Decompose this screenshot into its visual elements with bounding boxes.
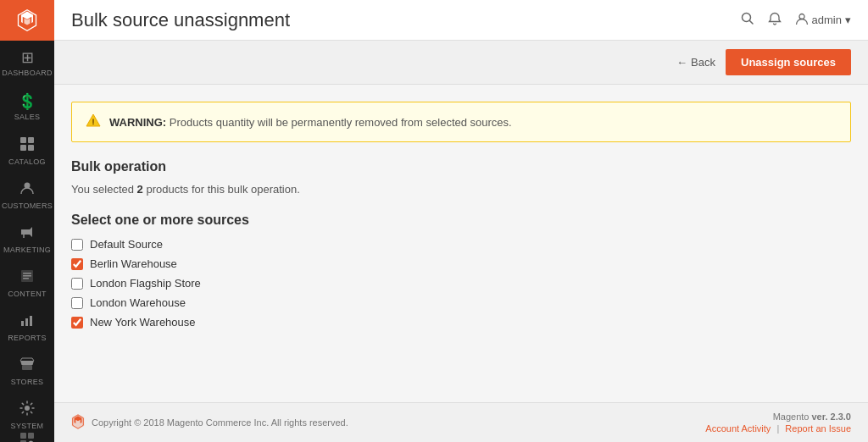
svg-rect-6: [23, 273, 31, 274]
footer-link-separator: |: [776, 423, 779, 434]
svg-rect-11: [30, 316, 32, 326]
svg-rect-14: [20, 433, 26, 439]
svg-rect-1: [28, 137, 34, 143]
source-item-london-flagship[interactable]: London Flagship Store: [71, 277, 851, 290]
source-item-london-warehouse[interactable]: London Warehouse: [71, 296, 851, 309]
footer-copyright: Copyright © 2018 Magento Commerce Inc. A…: [92, 417, 348, 428]
source-checkbox-london-warehouse[interactable]: [71, 297, 83, 309]
svg-point-13: [25, 406, 30, 411]
svg-rect-7: [23, 275, 31, 277]
source-label-london-flagship: London Flagship Store: [90, 277, 201, 290]
svg-rect-0: [20, 137, 26, 143]
report-issue-link[interactable]: Report an Issue: [785, 423, 851, 434]
warning-triangle-icon: [86, 113, 101, 131]
svg-rect-3: [28, 145, 34, 151]
source-item-new-york[interactable]: New York Warehouse: [71, 316, 851, 329]
source-item-default[interactable]: Default Source: [71, 238, 851, 251]
warning-banner: WARNING: Products quantity will be perma…: [71, 102, 851, 142]
svg-point-20: [92, 124, 94, 125]
account-activity-link[interactable]: Account Activity: [705, 423, 771, 434]
svg-rect-15: [28, 433, 34, 439]
sidebar-item-marketing[interactable]: Marketing: [0, 217, 54, 261]
source-label-default: Default Source: [90, 238, 163, 251]
bell-icon[interactable]: [768, 12, 782, 29]
svg-rect-8: [23, 278, 29, 279]
sidebar-item-content[interactable]: Content: [0, 261, 54, 305]
source-checkbox-berlin[interactable]: [71, 258, 83, 270]
footer-links: Account Activity | Report an Issue: [705, 423, 851, 434]
sources-section-title: Select one or more sources: [71, 213, 851, 228]
svg-point-19: [799, 14, 804, 19]
user-menu[interactable]: admin ▾: [795, 12, 851, 29]
svg-rect-12: [22, 365, 32, 370]
find-partners-icon: [19, 432, 35, 442]
content-area: WARNING: Products quantity will be perma…: [54, 85, 868, 402]
back-button[interactable]: ← Back: [676, 56, 715, 69]
top-header: Bulk source unassignment: [54, 0, 868, 41]
footer-right: Magento ver. 2.3.0 Account Activity | Re…: [705, 412, 851, 434]
sidebar-item-dashboard[interactable]: ⊞ Dashboard: [0, 41, 54, 85]
footer-left: Copyright © 2018 Magento Commerce Inc. A…: [71, 414, 348, 432]
marketing-icon: [19, 224, 35, 244]
footer-version-label: Magento: [773, 412, 810, 422]
svg-rect-2: [20, 145, 26, 151]
customers-icon: [19, 180, 35, 200]
footer: Copyright © 2018 Magento Commerce Inc. A…: [54, 402, 868, 442]
chevron-down-icon: ▾: [845, 14, 851, 26]
source-label-berlin: Berlin Warehouse: [90, 257, 177, 270]
footer-version: ver. 2.3.0: [812, 412, 852, 422]
source-label-london-warehouse: London Warehouse: [90, 296, 186, 309]
magento-logo[interactable]: [0, 0, 54, 41]
source-checkbox-london-flagship[interactable]: [71, 278, 83, 290]
bulk-operation-description: You selected 2 products for this bulk op…: [71, 183, 851, 196]
header-actions: admin ▾: [741, 12, 851, 29]
sidebar-item-find-partners[interactable]: Find Partners& Extensions: [0, 437, 54, 442]
catalog-icon: [19, 136, 35, 156]
sidebar: ⊞ Dashboard 💲 Sales Catalog Customers: [0, 0, 54, 442]
dashboard-icon: ⊞: [21, 48, 34, 67]
sidebar-item-sales[interactable]: 💲 Sales: [0, 85, 54, 129]
source-checkbox-default[interactable]: [71, 239, 83, 251]
user-avatar-icon: [795, 12, 809, 29]
page-title: Bulk source unassignment: [71, 9, 290, 31]
sidebar-item-system[interactable]: System: [0, 393, 54, 437]
back-arrow-icon: ←: [676, 56, 687, 69]
user-name: admin: [812, 14, 842, 26]
bulk-operation-title: Bulk operation: [71, 159, 851, 174]
footer-magento-logo: [71, 414, 85, 432]
reports-icon: [19, 312, 35, 332]
sidebar-item-customers[interactable]: Customers: [0, 173, 54, 217]
search-icon[interactable]: [741, 12, 754, 29]
system-icon: [19, 401, 35, 420]
svg-rect-9: [21, 321, 24, 326]
source-checkbox-new-york[interactable]: [71, 317, 83, 329]
sidebar-item-reports[interactable]: Reports: [0, 305, 54, 349]
main-wrapper: Bulk source unassignment: [54, 0, 868, 442]
sources-list: Default Source Berlin Warehouse London F…: [71, 238, 851, 329]
content-icon: [19, 268, 35, 288]
stores-icon: [19, 356, 35, 376]
svg-rect-10: [25, 318, 28, 326]
sidebar-item-stores[interactable]: Stores: [0, 349, 54, 393]
source-item-berlin[interactable]: Berlin Warehouse: [71, 257, 851, 270]
sidebar-item-catalog[interactable]: Catalog: [0, 129, 54, 173]
unassign-sources-button[interactable]: Unassign sources: [726, 49, 851, 75]
sales-icon: 💲: [18, 92, 36, 111]
warning-message: WARNING: Products quantity will be perma…: [109, 116, 512, 129]
action-bar: ← Back Unassign sources: [54, 41, 868, 85]
source-label-new-york: New York Warehouse: [90, 316, 196, 329]
